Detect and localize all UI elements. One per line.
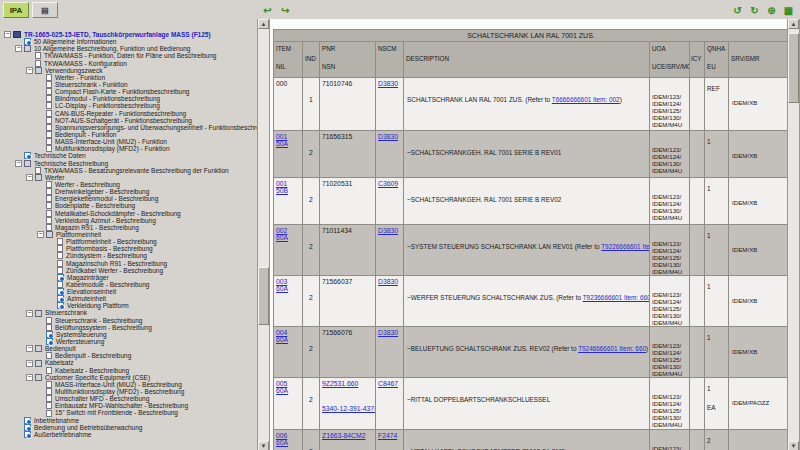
tree-item[interactable]: Einbausatz MFD-Wahlschalter - Beschreibu… (4, 402, 257, 409)
item-link[interactable]: 003 60A (276, 278, 288, 292)
tree-item[interactable]: NOT-AUS-Schaltgerät - Funktionsbeschreib… (4, 117, 257, 124)
tree-item[interactable]: MASS-Interface-Unit (MIU2) - Beschreibun… (4, 381, 257, 388)
tree-item[interactable]: −Customer Specific Equipment (CSE) (4, 374, 257, 381)
tree-item[interactable]: Metallkabel-Schockdämpfer - Beschreibung (4, 210, 257, 217)
tree-item[interactable]: Bedienpult - Beschreibung (4, 352, 257, 359)
collapse-icon[interactable]: − (4, 31, 11, 38)
refer-to-link[interactable]: T9246666601 Item: 660 (578, 345, 646, 352)
tree-item[interactable]: Umschalter MFD - Beschreibung (4, 395, 257, 402)
refer-to-link[interactable]: T6666666601 Item: 002 (552, 96, 620, 103)
collapse-icon[interactable]: − (26, 360, 33, 367)
scroll-down-icon[interactable]: ▼ (258, 441, 269, 450)
tree-item[interactable]: −Plattformeinheit (4, 231, 257, 238)
collapse-icon[interactable]: − (26, 374, 33, 381)
scroll-up-icon[interactable]: ▲ (258, 19, 269, 29)
tree-item[interactable]: −10 Allgemeine Beschreibung, Funktion un… (4, 45, 257, 52)
grid-view-button[interactable]: ▦ (781, 4, 796, 17)
rotate-left-button[interactable]: ↺ (730, 4, 745, 17)
tree-item[interactable]: Compact Flash-Karte - Funktionsbeschreib… (4, 88, 257, 95)
tree-item[interactable]: CAN-BUS-Repeater - Funktionsbeschreibung (4, 110, 257, 117)
tree-item[interactable]: Verkleidung Plattform (4, 302, 257, 309)
tree-item[interactable]: Kabelsatz - Beschreibung (4, 367, 257, 374)
tree-item[interactable]: Plattformeinheit - Beschreibung (4, 238, 257, 245)
tree-item[interactable]: Zündsystem - Beschreibung (4, 252, 257, 259)
table-scrollbar-thumb[interactable] (788, 33, 799, 103)
nscm-link[interactable]: C3609 (378, 180, 398, 187)
nsn-link[interactable]: 5340-12-391-4376 (322, 405, 374, 412)
nscm-link[interactable]: F2474 (378, 432, 397, 439)
tree-item[interactable]: Werfer - Funktion (4, 74, 257, 81)
tree-item[interactable]: TKWA/MASS - Besatzungsrelevante Beschrei… (4, 167, 257, 174)
nscm-link[interactable]: D3830 (378, 278, 398, 285)
nscm-link[interactable]: D3830 (378, 227, 398, 234)
tree-item[interactable]: −Steuerschrank (4, 309, 257, 316)
tree-item[interactable]: Werfersteuerung (4, 338, 257, 345)
nav-back-button[interactable]: ↩ (260, 4, 275, 17)
tree-item[interactable]: Magazinschuh R91 - Beschreibung (4, 260, 257, 267)
tree-scrollbar[interactable]: ▲ ▼ (257, 19, 270, 450)
tree-item[interactable]: LC-Display - Funktionsbeschreibung (4, 102, 257, 109)
tree-item[interactable]: Technische Daten (4, 152, 257, 159)
tree-item[interactable]: Steuerschrank - Beschreibung (4, 317, 257, 324)
tree-item[interactable]: Systemsteuerung (4, 331, 257, 338)
tree-item[interactable]: Blindmodul - Funktionsbeschreibung (4, 95, 257, 102)
nav-forward-button[interactable]: ↪ (278, 4, 293, 17)
nscm-link[interactable]: D3830 (378, 80, 398, 87)
tree-item[interactable]: Magazinträger (4, 274, 257, 281)
tree-item[interactable]: −Bedienpult (4, 345, 257, 352)
tree-item[interactable]: −Kabelsatz (4, 359, 257, 366)
nscm-link[interactable]: D3830 (378, 133, 398, 140)
item-link[interactable]: 001 50B (276, 180, 288, 194)
ipa-button[interactable]: IPA (3, 2, 29, 18)
collapse-icon[interactable]: − (15, 160, 22, 167)
nscm-link[interactable]: C8467 (378, 380, 398, 387)
document-view-button[interactable]: ▤ (32, 2, 58, 18)
tree-item[interactable]: Elevationseinheit (4, 288, 257, 295)
tree-item[interactable]: Bedienpult - Funktion (4, 131, 257, 138)
pnr-link[interactable]: 9Z2531.660 (322, 380, 358, 387)
nscm-link[interactable]: D3830 (378, 329, 398, 336)
tree-item[interactable]: Drehwinkelgeber - Beschreibung (4, 188, 257, 195)
collapse-icon[interactable]: − (26, 67, 33, 74)
tree-item[interactable]: Steuerschrank - Funktion (4, 81, 257, 88)
tree-item[interactable]: Bedienung und Betriebsüberwachung (4, 424, 257, 431)
table-scrollbar[interactable]: ▲ ▼ (787, 19, 800, 450)
collapse-icon[interactable]: − (37, 231, 44, 238)
tree-item[interactable]: Außerbetriebnahme (4, 431, 257, 438)
tree-item[interactable]: −Technische Beschreibung (4, 160, 257, 167)
tree-item[interactable]: TKWA/MASS - Funktion, Daten für Pläne un… (4, 52, 257, 59)
tree-item[interactable]: Plattformbasis - Beschreibung (4, 245, 257, 252)
tree-item[interactable]: −Verwendungszweck (4, 67, 257, 74)
tree-scrollbar-thumb[interactable] (258, 267, 269, 325)
tree-item[interactable]: Verkleidung Azimut - Beschreibung (4, 217, 257, 224)
scroll-up-icon[interactable]: ▲ (788, 19, 799, 29)
collapse-icon[interactable]: − (15, 45, 22, 52)
tree-item[interactable]: Kabelmodule - Beschreibung (4, 281, 257, 288)
rotate-right-button[interactable]: ↻ (747, 4, 762, 17)
item-link[interactable]: 002 60A (276, 227, 288, 241)
tree-item[interactable]: Multifunktionsdisplay (MFD2) - Funktion (4, 145, 257, 152)
collapse-icon[interactable]: − (26, 310, 33, 317)
tree-item[interactable]: −Werfer (4, 174, 257, 181)
tree-item[interactable]: MASS-Interface-Unit (MIU2) - Funktion (4, 138, 257, 145)
tree-item[interactable]: −TR-1665-025-15-IETD, Tauschkörperwurfan… (4, 31, 257, 38)
tree-item[interactable]: TKWA/MASS - Konfiguration (4, 60, 257, 67)
tree-item[interactable]: Multifunktionsdisplay (MFD2) - Beschreib… (4, 388, 257, 395)
tree-item[interactable]: 50 Allgemeine Informationen (4, 38, 257, 45)
refer-to-link[interactable]: T9226666601 Item: 660 (601, 243, 650, 250)
tree-item[interactable]: Belüftungssystem - Beschreibung (4, 324, 257, 331)
tree-item[interactable]: Werfer - Beschreibung (4, 181, 257, 188)
tree-item[interactable]: Azimuteinheit (4, 295, 257, 302)
item-link[interactable]: 005 60A (276, 380, 288, 394)
zoom-in-button[interactable]: ⊕ (764, 4, 779, 17)
tree-item[interactable]: Zündkabel Werfer - Beschreibung (4, 267, 257, 274)
tree-item[interactable]: 15" Switch mit Frontblende - Beschreibun… (4, 409, 257, 416)
scroll-down-icon[interactable]: ▼ (788, 441, 799, 450)
tree-item[interactable]: Spannungsversorgungs- und Überwachungsei… (4, 124, 257, 131)
pnr-link[interactable]: Z1663-84CM2 (322, 432, 365, 439)
item-link[interactable]: 001 50A (276, 133, 288, 147)
tree-item[interactable]: Bodenplatte - Beschreibung (4, 202, 257, 209)
refer-to-link[interactable]: T9236666601 Item: 660 (583, 294, 650, 301)
item-link[interactable]: 004 60A (276, 329, 288, 343)
collapse-icon[interactable]: − (26, 174, 33, 181)
